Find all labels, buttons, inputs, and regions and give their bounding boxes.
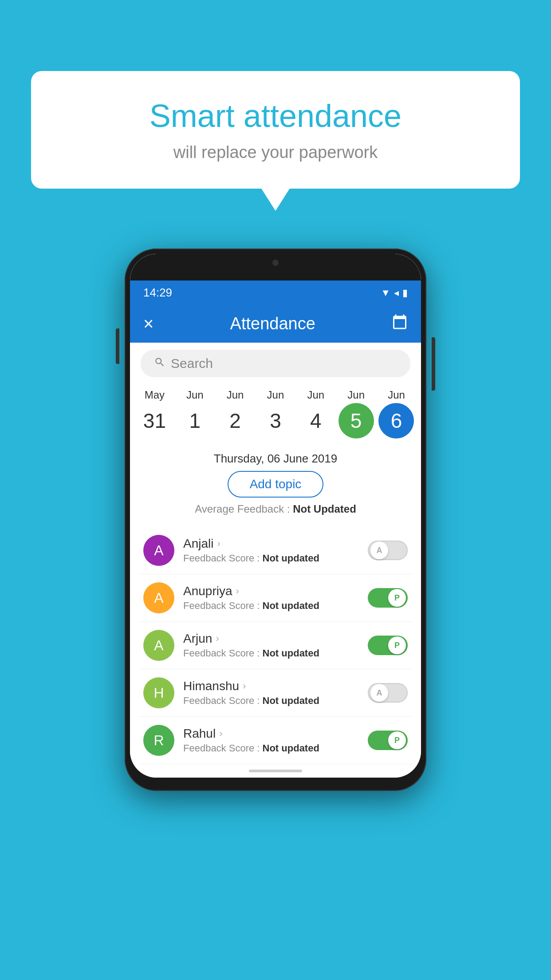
- toggle-switch[interactable]: P: [368, 588, 408, 608]
- student-avatar: A: [143, 630, 174, 661]
- phone-inner: 14:29 ▼ ◂ ▮ × Attendance: [130, 254, 421, 778]
- attendance-toggle[interactable]: P: [368, 636, 408, 655]
- student-item: AAnjali ›Feedback Score : Not updatedA: [139, 527, 412, 574]
- status-icons: ▼ ◂ ▮: [381, 287, 408, 299]
- student-item: AAnupriya ›Feedback Score : Not updatedP: [139, 574, 412, 622]
- student-avatar: A: [143, 582, 174, 613]
- app-toolbar: × Attendance: [130, 305, 421, 343]
- bubble-subtitle: will replace your paperwork: [67, 143, 484, 162]
- toggle-knob: A: [370, 684, 388, 702]
- date-month: Jun: [388, 389, 405, 401]
- phone-screen: Search May31Jun1Jun2Jun3Jun4Jun5Jun6 Thu…: [130, 343, 421, 764]
- selected-date-info: Thursday, 06 June 2019 Add topic Average…: [130, 443, 421, 527]
- feedback-score: Feedback Score : Not updated: [183, 648, 359, 659]
- chevron-icon: ›: [236, 585, 239, 597]
- calendar-icon[interactable]: [392, 314, 408, 334]
- attendance-toggle[interactable]: A: [368, 683, 408, 703]
- date-month: Jun: [186, 389, 204, 401]
- search-placeholder: Search: [171, 356, 213, 371]
- date-month: Jun: [307, 389, 324, 401]
- camera-dot: [272, 260, 279, 266]
- date-number: 5: [338, 403, 374, 439]
- speech-bubble-container: Smart attendance will replace your paper…: [31, 71, 520, 189]
- feedback-score: Feedback Score : Not updated: [183, 553, 359, 564]
- feedback-label: Average Feedback :: [195, 503, 293, 515]
- toggle-switch[interactable]: P: [368, 731, 408, 750]
- toggle-switch[interactable]: A: [368, 683, 408, 703]
- date-month: Jun: [347, 389, 365, 401]
- signal-icon: ◂: [394, 287, 399, 299]
- attendance-toggle[interactable]: P: [368, 731, 408, 750]
- search-icon: [154, 356, 165, 371]
- student-avatar: H: [143, 677, 174, 708]
- add-topic-button[interactable]: Add topic: [228, 471, 324, 498]
- home-indicator: [249, 770, 302, 772]
- phone-notch: [249, 254, 302, 272]
- feedback-score: Feedback Score : Not updated: [183, 695, 359, 707]
- feedback-score: Feedback Score : Not updated: [183, 600, 359, 612]
- chevron-icon: ›: [216, 633, 219, 644]
- date-month: Jun: [267, 389, 284, 401]
- date-item[interactable]: Jun4: [298, 389, 334, 439]
- date-number: 4: [298, 403, 334, 439]
- toggle-knob: P: [388, 636, 406, 654]
- date-item[interactable]: Jun1: [177, 389, 213, 439]
- side-button-right: [432, 337, 435, 391]
- date-item[interactable]: Jun5: [338, 389, 374, 439]
- student-name[interactable]: Arjun ›: [183, 632, 359, 646]
- student-avatar: A: [143, 535, 174, 566]
- status-time: 14:29: [143, 286, 172, 300]
- date-picker: May31Jun1Jun2Jun3Jun4Jun5Jun6: [130, 389, 421, 443]
- student-item: HHimanshu ›Feedback Score : Not updatedA: [139, 669, 412, 717]
- feedback-value: Not Updated: [293, 503, 356, 515]
- student-avatar: R: [143, 725, 174, 756]
- toggle-switch[interactable]: A: [368, 541, 408, 560]
- student-info: Himanshu ›Feedback Score : Not updated: [183, 679, 359, 707]
- toggle-knob: A: [370, 541, 388, 559]
- attendance-toggle[interactable]: P: [368, 588, 408, 608]
- date-month: May: [145, 389, 165, 401]
- side-button-left: [116, 328, 119, 364]
- date-month: Jun: [227, 389, 244, 401]
- bubble-title: Smart attendance: [67, 98, 484, 134]
- date-number: 1: [177, 403, 213, 439]
- attendance-toggle[interactable]: A: [368, 541, 408, 560]
- date-number: 2: [217, 403, 253, 439]
- date-item[interactable]: Jun6: [378, 389, 414, 439]
- toggle-knob: P: [388, 589, 406, 607]
- student-name[interactable]: Himanshu ›: [183, 679, 359, 693]
- date-item[interactable]: Jun3: [258, 389, 293, 439]
- student-item: RRahul ›Feedback Score : Not updatedP: [139, 717, 412, 764]
- phone-notch-bar: [130, 254, 421, 281]
- date-item[interactable]: Jun2: [217, 389, 253, 439]
- search-input-container[interactable]: Search: [141, 350, 410, 377]
- student-info: Anjali ›Feedback Score : Not updated: [183, 537, 359, 564]
- student-name[interactable]: Anupriya ›: [183, 584, 359, 598]
- phone-frame: 14:29 ▼ ◂ ▮ × Attendance: [125, 249, 426, 791]
- search-bar: Search: [130, 343, 421, 384]
- chevron-icon: ›: [219, 728, 222, 739]
- student-name[interactable]: Anjali ›: [183, 537, 359, 551]
- selected-date-text: Thursday, 06 June 2019: [130, 452, 421, 466]
- toolbar-title: Attendance: [230, 314, 315, 333]
- status-bar: 14:29 ▼ ◂ ▮: [130, 281, 421, 305]
- student-name[interactable]: Rahul ›: [183, 727, 359, 741]
- toggle-knob: P: [388, 731, 406, 749]
- close-button[interactable]: ×: [143, 314, 153, 334]
- date-item[interactable]: May31: [137, 389, 172, 439]
- date-number: 3: [258, 403, 293, 439]
- date-number: 6: [378, 403, 414, 439]
- chevron-icon: ›: [243, 680, 246, 692]
- chevron-icon: ›: [217, 538, 220, 549]
- student-item: AArjun ›Feedback Score : Not updatedP: [139, 622, 412, 669]
- student-list: AAnjali ›Feedback Score : Not updatedAAA…: [130, 527, 421, 764]
- toggle-switch[interactable]: P: [368, 636, 408, 655]
- student-info: Arjun ›Feedback Score : Not updated: [183, 632, 359, 659]
- average-feedback: Average Feedback : Not Updated: [130, 503, 421, 515]
- notch-overlay-status: [253, 281, 298, 294]
- battery-icon: ▮: [402, 287, 408, 299]
- speech-bubble: Smart attendance will replace your paper…: [31, 71, 520, 189]
- student-info: Anupriya ›Feedback Score : Not updated: [183, 584, 359, 612]
- bottom-home-bar: [130, 764, 421, 778]
- feedback-score: Feedback Score : Not updated: [183, 743, 359, 754]
